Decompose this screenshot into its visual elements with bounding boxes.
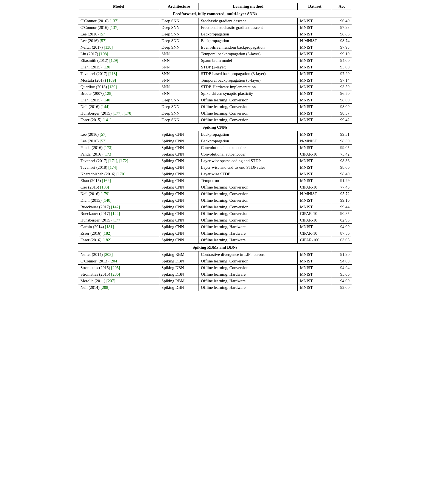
cell-method: Offline learning, Hardware	[199, 278, 298, 284]
cell-dataset: CIFAR-10	[298, 184, 332, 191]
ref-link[interactable]: [142]	[111, 211, 120, 216]
ref-link[interactable]: [204]	[110, 259, 119, 263]
cell-architecture: Deep SNN	[159, 24, 199, 31]
section-header-2: Spiking RBMs and DBNs	[78, 243, 352, 251]
cell-method: Convolutional autoencoder	[199, 151, 298, 158]
ref-link[interactable]: [137]	[110, 25, 119, 30]
cell-acc: 97.93	[332, 24, 352, 31]
ref-link[interactable]: [177]	[113, 218, 122, 222]
ref-link[interactable]: [139]	[108, 85, 117, 89]
ref-link[interactable]: [130]	[103, 65, 112, 69]
cell-model: Zhao (2015) [169]	[78, 178, 159, 184]
ref-link[interactable]: [144]	[100, 104, 110, 109]
cell-architecture: Spiking CNN	[159, 230, 199, 237]
cell-method: Backpropagation	[199, 38, 298, 44]
cell-model: Eliasmith (2012) [129]	[78, 57, 159, 64]
ref-link[interactable]: [141]	[102, 118, 111, 122]
cell-architecture: Spiking CNN	[159, 197, 199, 204]
ref-link[interactable]: [57]	[100, 38, 107, 43]
cell-model: Liu (2017) [108]	[78, 51, 159, 57]
cell-acc: 98.36	[332, 158, 352, 164]
cell-model: Merolla (2011) [207]	[78, 278, 159, 284]
cell-acc: 63.05	[332, 237, 352, 244]
table-row: O'Connor (2016) [137]Deep SNNFractional …	[78, 24, 352, 31]
ref-link[interactable]: [57]	[100, 32, 107, 36]
ref-link[interactable]: [57]	[100, 132, 107, 137]
ref-link[interactable]: [181]	[105, 225, 114, 229]
cell-model: Tavanaei (2017) [118]	[78, 71, 159, 77]
ref-link[interactable]: [108]	[99, 52, 108, 56]
cell-architecture: Spiking CNN	[159, 217, 199, 224]
table-row: Lee (2016) [57]Deep SNNBackpropagationN-…	[78, 38, 352, 44]
ref-link[interactable]: [57]	[100, 139, 107, 143]
cell-model: Diehl (2015) [140]	[78, 97, 159, 104]
cell-acc: 93.50	[332, 84, 352, 90]
cell-architecture: Spiking CNN	[159, 171, 199, 178]
table-row: Brader (2007)[128]SNNSpike-driven synapt…	[78, 90, 352, 97]
cell-method: Layer wise sparse coding and STDP	[199, 158, 298, 164]
cell-dataset: MNIST	[298, 131, 332, 138]
ref-link[interactable]: [171], [172]	[108, 159, 128, 163]
ref-link[interactable]: [140]	[103, 198, 112, 203]
ref-link[interactable]: [183]	[100, 185, 109, 189]
table-row: O'Connor (2013) [204]Spiking DBNOffline …	[78, 258, 352, 265]
cell-method: Event-driven random backpropagation	[199, 44, 298, 51]
cell-method: Layer wise STDP	[199, 171, 298, 178]
ref-link[interactable]: [179]	[100, 192, 110, 196]
cell-acc: 95.00	[332, 271, 352, 278]
cell-dataset: MNIST	[298, 197, 332, 204]
ref-link[interactable]: [182]	[102, 231, 111, 236]
ref-link[interactable]: [205]	[111, 265, 120, 270]
table-row: Diehl (2015) [140]Deep SNNOffline learni…	[78, 97, 352, 104]
ref-link[interactable]: [169]	[102, 178, 111, 183]
ref-link[interactable]: [142]	[111, 205, 120, 209]
table-row: Zhao (2015) [169]Spiking CNNTempotronMNI…	[78, 178, 352, 184]
section-header-0: Feedforward, fully connected, multi-laye…	[78, 10, 352, 18]
ref-link[interactable]: [206]	[111, 272, 120, 276]
cell-acc: 99.10	[332, 197, 352, 204]
cell-acc: 94.00	[332, 224, 352, 230]
ref-link[interactable]: [138]	[104, 45, 113, 49]
cell-acc: 98.88	[332, 31, 352, 38]
cell-model: Diehl (2015) [130]	[78, 64, 159, 71]
table-row: Neftci (2014) [203]Spiking RBMContrastiv…	[78, 251, 352, 258]
cell-acc: 98.40	[332, 171, 352, 178]
ref-link[interactable]: [109]	[107, 78, 116, 82]
table-row: Neil (2016) [179]Spiking CNNOffline lear…	[78, 191, 352, 197]
ref-link[interactable]: [182]	[102, 238, 111, 242]
ref-link[interactable]: [140]	[103, 98, 112, 102]
cell-architecture: SNN	[159, 64, 199, 71]
ref-link[interactable]: [173]	[104, 145, 113, 150]
ref-link[interactable]: [177], [178]	[113, 111, 132, 115]
table-row: Cao (2015) [183]Spiking CNNOffline learn…	[78, 184, 352, 191]
cell-architecture: Spiking CNN	[159, 204, 199, 211]
cell-acc: 98.60	[332, 97, 352, 104]
col-header-model: Model	[78, 3, 159, 10]
cell-model: Lee (2016) [57]	[78, 131, 159, 138]
ref-link[interactable]: [129]	[109, 58, 118, 63]
cell-method: Backpropagation	[199, 131, 298, 138]
cell-architecture: Spiking CNN	[159, 138, 199, 145]
ref-link[interactable]: [208]	[100, 285, 110, 290]
cell-architecture: Spiking CNN	[159, 224, 199, 230]
ref-link[interactable]: [203]	[104, 252, 113, 257]
ref-link[interactable]: [118]	[108, 71, 117, 76]
cell-method: Offline learning, Conversion	[199, 204, 298, 211]
cell-dataset: MNIST	[298, 271, 332, 278]
col-header-architecture: Architecture	[159, 3, 199, 10]
ref-link[interactable]: [137]	[110, 19, 119, 23]
ref-link[interactable]: [170]	[116, 172, 125, 176]
cell-acc: 97.98	[332, 44, 352, 51]
cell-acc: 98.74	[332, 38, 352, 44]
cell-method: Offline learning, Conversion	[199, 265, 298, 271]
cell-dataset: MNIST	[298, 57, 332, 64]
cell-dataset: MNIST	[298, 51, 332, 57]
ref-link[interactable]: [173]	[104, 152, 113, 156]
ref-link[interactable]: [128]	[104, 91, 113, 96]
cell-acc: 94.00	[332, 57, 352, 64]
cell-architecture: Deep SNN	[159, 117, 199, 124]
ref-link[interactable]: [174]	[108, 165, 117, 170]
col-header-dataset: Dataset	[298, 3, 332, 10]
ref-link[interactable]: [207]	[106, 279, 115, 283]
table-row: Rueckauer (2017) [142]Spiking CNNOffline…	[78, 204, 352, 211]
